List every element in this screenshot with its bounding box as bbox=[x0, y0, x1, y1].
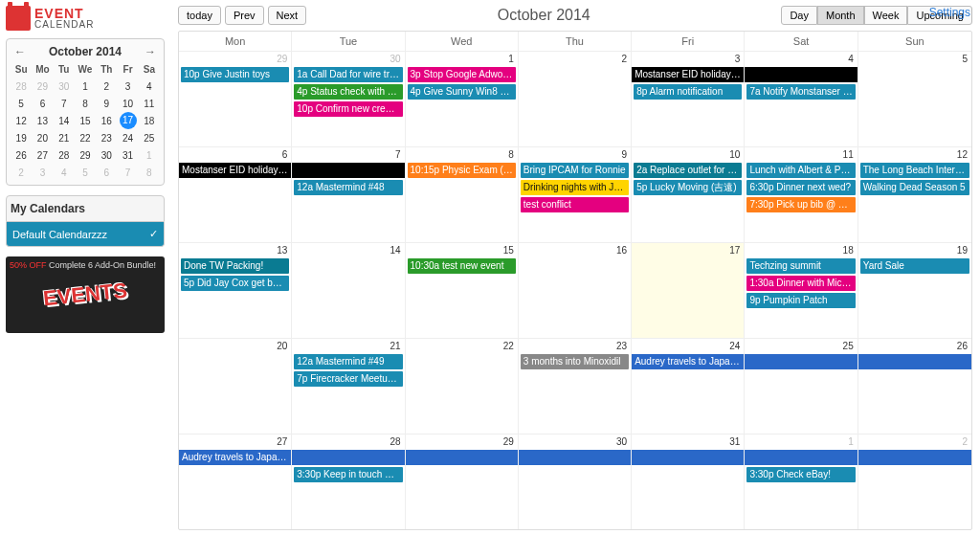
event[interactable]: 2a Replace outlet for Eric bbox=[634, 163, 742, 178]
prev-button[interactable]: Prev bbox=[225, 6, 264, 25]
event[interactable]: Mostanser EID holiday Oct 3-7 bbox=[179, 163, 291, 178]
mini-day[interactable]: 6 bbox=[32, 95, 53, 112]
event[interactable] bbox=[406, 450, 518, 465]
event[interactable]: The Long Beach International City Bank M… bbox=[860, 163, 969, 178]
event[interactable]: 7p Firecracker Meetup @ Chinatown bbox=[294, 371, 402, 387]
mini-day[interactable]: 4 bbox=[139, 78, 160, 95]
day-cell[interactable]: 24Audrey travels to Japan and Korea bbox=[632, 338, 745, 434]
mini-day[interactable]: 2 bbox=[11, 164, 32, 181]
day-cell[interactable]: 810:15p Physic Exam (me and allison) bbox=[406, 146, 519, 242]
day-cell[interactable]: 20 bbox=[179, 338, 292, 434]
event[interactable]: 6:30p Dinner next wed? bbox=[746, 180, 855, 195]
event[interactable]: 1:30a Dinner with Michelle and John bbox=[746, 276, 855, 291]
settings-link[interactable]: Settings bbox=[929, 6, 970, 19]
mini-day[interactable]: 6 bbox=[96, 164, 117, 181]
event[interactable] bbox=[745, 67, 857, 82]
day-cell[interactable]: 30 bbox=[519, 434, 632, 529]
mini-day[interactable]: 30 bbox=[96, 146, 117, 164]
event[interactable]: 4p Give Sunny Win8 key bbox=[408, 84, 516, 100]
mini-day[interactable]: 28 bbox=[54, 146, 75, 164]
mini-day[interactable]: 19 bbox=[11, 129, 32, 146]
mini-day[interactable]: 8 bbox=[75, 95, 96, 112]
event[interactable]: 7:30p Pick up bib @ Lawrence house bbox=[746, 197, 855, 212]
day-cell[interactable]: 12The Long Beach International City Bank… bbox=[858, 146, 971, 242]
day-cell[interactable]: 27Audrey travels to Japan and Korea bbox=[179, 434, 292, 529]
event[interactable] bbox=[632, 450, 744, 465]
mini-day[interactable]: 31 bbox=[117, 146, 138, 164]
day-cell[interactable]: 2 bbox=[519, 51, 632, 146]
event[interactable]: 12a Mastermind #48 bbox=[294, 180, 402, 195]
mini-day[interactable]: 26 bbox=[11, 146, 32, 164]
event[interactable]: 1a Call Dad for wire transfer info bbox=[294, 67, 402, 82]
mini-day[interactable]: 14 bbox=[54, 112, 75, 129]
mini-day[interactable]: 3 bbox=[32, 164, 53, 181]
day-cell[interactable]: 2910p Give Justin toys bbox=[179, 51, 292, 146]
mini-day[interactable]: 15 bbox=[75, 112, 96, 129]
mini-day[interactable]: 16 bbox=[96, 112, 117, 129]
event[interactable]: 4p Status check with Mostanser on #70, #… bbox=[294, 84, 402, 100]
mini-day[interactable]: 5 bbox=[11, 95, 32, 112]
day-cell[interactable]: 11Lunch with Albert & Pavel?6:30p Dinner… bbox=[745, 146, 858, 242]
day-cell[interactable]: 18Techzing summit1:30a Dinner with Miche… bbox=[745, 242, 858, 338]
day-cell[interactable]: 4 7a Notify Monstanser to switch o Hourl… bbox=[745, 51, 858, 146]
event[interactable]: 3:30p Check eBay! bbox=[746, 467, 855, 482]
mini-day[interactable]: 1 bbox=[75, 78, 96, 95]
day-cell[interactable]: 1 3:30p Check eBay! bbox=[745, 434, 858, 529]
mini-day[interactable]: 7 bbox=[54, 95, 75, 112]
view-tab-day[interactable]: Day bbox=[781, 6, 817, 25]
mini-day[interactable]: 28 bbox=[11, 78, 32, 95]
event[interactable]: Done TW Packing! bbox=[181, 258, 289, 274]
view-tab-month[interactable]: Month bbox=[817, 6, 864, 25]
mini-day[interactable]: 5 bbox=[75, 164, 96, 181]
event[interactable]: 3 months into Minoxidil bbox=[521, 354, 629, 369]
day-cell[interactable]: 28 3:30p Keep in touch with Jon Paris re… bbox=[292, 434, 405, 529]
mini-day[interactable]: 1 bbox=[139, 146, 160, 164]
day-cell[interactable]: 6Mostanser EID holiday Oct 3-7 bbox=[179, 146, 292, 242]
event[interactable]: 10:30a test new event bbox=[408, 258, 516, 274]
event[interactable]: 3p Stop Google Adwords! bbox=[408, 67, 516, 82]
day-cell[interactable]: 233 months into Minoxidil bbox=[519, 338, 632, 434]
day-cell[interactable]: 22 bbox=[406, 338, 519, 434]
event[interactable]: 8p Alarm notification bbox=[634, 84, 742, 100]
mini-day[interactable]: 27 bbox=[32, 146, 53, 164]
mini-day[interactable]: 4 bbox=[54, 164, 75, 181]
event[interactable] bbox=[858, 450, 971, 465]
mini-day[interactable]: 30 bbox=[54, 78, 75, 95]
event[interactable]: 10p Confirm new credit card paypal@kayso… bbox=[294, 101, 402, 117]
view-tab-week[interactable]: Week bbox=[864, 6, 908, 25]
day-cell[interactable]: 25 bbox=[745, 338, 858, 434]
mini-day[interactable]: 12 bbox=[11, 112, 32, 129]
day-cell[interactable]: 19Yard Sale bbox=[858, 242, 971, 338]
mini-day[interactable]: 2 bbox=[96, 78, 117, 95]
event[interactable]: 5p Lucky Moving (吉遠) bbox=[634, 180, 742, 195]
mini-day[interactable]: 22 bbox=[75, 129, 96, 146]
mini-prev[interactable]: ← bbox=[14, 45, 26, 58]
event[interactable]: test conflict bbox=[521, 197, 629, 212]
event[interactable]: Audrey travels to Japan and Korea bbox=[179, 450, 291, 465]
event[interactable]: Mostanser EID holiday Oct 3-7 bbox=[632, 67, 744, 82]
day-cell[interactable]: 17 bbox=[632, 242, 745, 338]
today-button[interactable]: today bbox=[178, 6, 221, 25]
mini-day[interactable]: 11 bbox=[139, 95, 160, 112]
promo-banner[interactable]: 50% OFF Complete 6 Add-On Bundle! EVENTS bbox=[6, 256, 165, 333]
day-cell[interactable]: 2 bbox=[858, 434, 971, 529]
event[interactable]: 7a Notify Monstanser to switch o Hourly … bbox=[746, 84, 855, 100]
event[interactable]: Walking Dead Season 5 bbox=[860, 180, 969, 195]
day-cell[interactable]: 301a Call Dad for wire transfer info4p S… bbox=[292, 51, 405, 146]
day-cell[interactable]: 31 bbox=[632, 434, 745, 529]
event[interactable]: 3:30p Keep in touch with Jon Paris regar… bbox=[294, 467, 402, 482]
day-cell[interactable]: 13Done TW Packing!5p Did Jay Cox get bac… bbox=[179, 242, 292, 338]
day-cell[interactable]: 102a Replace outlet for Eric5p Lucky Mov… bbox=[632, 146, 745, 242]
event[interactable] bbox=[745, 450, 857, 465]
day-cell[interactable]: 16 bbox=[519, 242, 632, 338]
mini-day[interactable]: 21 bbox=[54, 129, 75, 146]
day-cell[interactable]: 29 bbox=[406, 434, 519, 529]
day-cell[interactable]: 3Mostanser EID holiday Oct 3-78p Alarm n… bbox=[632, 51, 745, 146]
mini-day[interactable]: 29 bbox=[75, 146, 96, 164]
day-cell[interactable]: 1510:30a test new event bbox=[406, 242, 519, 338]
mini-day[interactable]: 23 bbox=[96, 129, 117, 146]
day-cell[interactable]: 5 bbox=[858, 51, 971, 146]
day-cell[interactable]: 9Bring IPCAM for RonnieDrinking nights w… bbox=[519, 146, 632, 242]
event[interactable]: 9p Pumpkin Patch bbox=[746, 293, 855, 308]
event[interactable]: Drinking nights with John and Ronnie bbox=[521, 180, 629, 195]
